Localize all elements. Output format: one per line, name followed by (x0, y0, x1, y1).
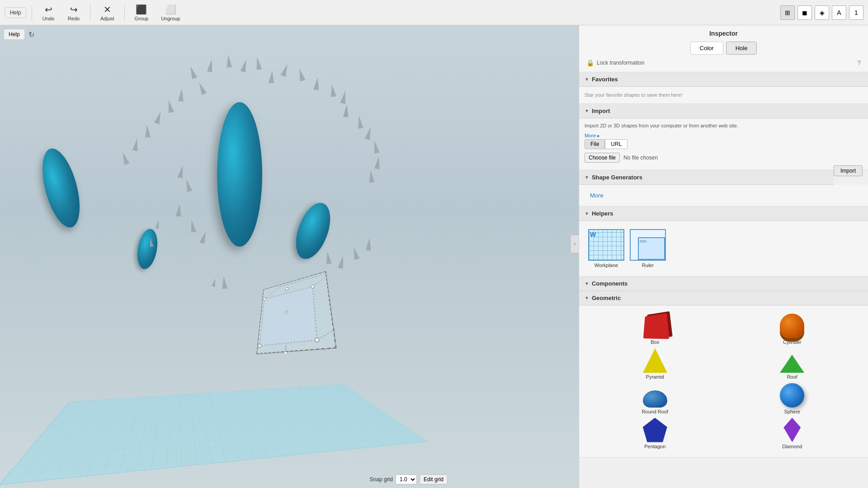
canvas-top-left: Help ↻ (4, 29, 34, 40)
import-tabs: File URL (585, 139, 863, 149)
cylinder-icon (780, 314, 804, 338)
import-file-row: Choose file No file chosen (585, 153, 863, 163)
import-tab-file[interactable]: File (585, 139, 605, 149)
roof-label: Roof (787, 374, 797, 380)
view-box-button[interactable]: ◼ (797, 5, 812, 20)
shape-generators-content: More (579, 185, 868, 206)
help-button[interactable]: Help (5, 7, 26, 18)
pentagon-icon (643, 418, 667, 442)
lock-label: Lock transformation (597, 60, 644, 66)
roundroof-label: Round Roof (642, 409, 668, 414)
sphere-icon (780, 383, 804, 408)
import-arrow: ▼ (585, 108, 589, 113)
spike-shape (221, 276, 227, 289)
spike-shape (207, 59, 215, 72)
spike-shape (325, 251, 332, 264)
shape-sphere-item[interactable]: Sphere (726, 383, 859, 414)
workplane-thumbnail: W (588, 229, 624, 261)
shape-roof-item[interactable]: Roof (726, 348, 859, 380)
spike-shape (351, 246, 360, 260)
shape-box-item[interactable]: Box (588, 314, 722, 345)
spike-shape (329, 84, 336, 97)
helpers-arrow: ▼ (585, 211, 589, 216)
helpers-header[interactable]: ▼ Helpers (579, 206, 868, 221)
choose-file-button[interactable]: Choose file (585, 153, 620, 163)
favorites-description: Star your favorite shapes to save them h… (585, 91, 863, 99)
spike-shape (144, 125, 151, 138)
shape-left-ellipse[interactable] (35, 145, 87, 231)
view-shape-button[interactable]: ◈ (815, 5, 829, 20)
import-tab-url[interactable]: URL (605, 139, 627, 149)
svg-point-8 (258, 344, 261, 348)
shape-main-ellipse[interactable] (217, 102, 262, 247)
sg-empty: More (585, 189, 863, 202)
favorites-content: Star your favorite shapes to save them h… (579, 87, 868, 104)
snap-grid-bar: Snap grid 1.0 Edit grid (370, 474, 448, 484)
cylinder-label: Cylinder (783, 339, 801, 345)
import-header[interactable]: ▼ Import (579, 104, 868, 118)
ungroup-button[interactable]: ⬜ Ungroup (156, 2, 184, 23)
view-number-button[interactable]: 1 (849, 5, 863, 20)
adjust-button[interactable]: ✕ Adjust (96, 2, 119, 23)
shape-cylinder-item[interactable]: Cylinder (726, 314, 859, 345)
spike-shape (356, 115, 363, 128)
svg-line-5 (316, 326, 338, 340)
canvas-area[interactable]: Help ↻ Snap grid 1.0 Edit grid (0, 25, 579, 488)
shape-pentagon-item[interactable]: Pentagon (588, 418, 722, 449)
svg-point-7 (311, 285, 315, 289)
toolbar-separator-2 (90, 5, 90, 21)
spike-shape (212, 278, 217, 286)
spike-shape (366, 238, 372, 251)
svg-point-11 (284, 351, 288, 355)
geometric-title: Geometric (592, 295, 621, 301)
ruler-thumbnail: mm (630, 229, 666, 261)
spike-shape (297, 68, 306, 81)
shape-small-ellipse[interactable] (135, 227, 160, 271)
import-more-link[interactable]: More ▸ (585, 133, 600, 138)
favorites-title: Favorites (592, 76, 618, 83)
undo-button[interactable]: ↩ Undo (38, 2, 59, 23)
panel-collapse-button[interactable]: ‹ (571, 235, 579, 253)
redo-button[interactable]: ↪ Redo (63, 2, 85, 23)
spike-shape (154, 111, 163, 124)
helper-ruler[interactable]: mm Ruler (630, 229, 666, 268)
snap-select[interactable]: 1.0 (396, 474, 417, 484)
spike-shape (184, 178, 193, 192)
shape-generators-header[interactable]: ▼ Shape Generators (579, 170, 834, 185)
favorites-header[interactable]: ▼ Favorites (579, 72, 868, 87)
shape-pyramid-item[interactable]: Pyramid (588, 348, 722, 380)
shape-generators-title: Shape Generators (592, 174, 642, 181)
inspector-tab-color[interactable]: Color (690, 42, 723, 55)
refresh-button[interactable]: ↻ (28, 30, 34, 39)
box-icon (643, 313, 670, 339)
edit-grid-button[interactable]: Edit grid (420, 474, 448, 484)
components-header[interactable]: ▼ Components (579, 277, 868, 291)
spike-shape (269, 70, 275, 84)
import-description: Import 2D or 3D shapes from your compute… (585, 123, 863, 128)
group-button[interactable]: ⬛ Group (130, 2, 153, 23)
ruler-mm-label: mm (639, 238, 664, 244)
undo-label: Undo (42, 16, 54, 21)
box-label: Box (651, 339, 659, 345)
import-button[interactable]: Import (834, 165, 863, 176)
view-text-button[interactable]: A (832, 5, 846, 20)
geometric-header[interactable]: ▼ Geometric (579, 291, 868, 305)
snap-grid-label: Snap grid (370, 476, 393, 483)
shape-roundroof-item[interactable]: Round Roof (588, 383, 722, 414)
group-icon: ⬛ (136, 4, 147, 15)
helper-workplane[interactable]: W Workplane (588, 229, 624, 268)
shape-diamond-item[interactable]: Diamond (726, 418, 859, 449)
spike-shape (338, 255, 346, 269)
help-menu-button[interactable]: Help (4, 29, 25, 40)
inspector-tab-hole[interactable]: Hole (726, 42, 757, 55)
shape-selected-box[interactable] (256, 271, 337, 354)
geometric-content: Box Cylinder Pyramid (579, 305, 868, 458)
group-label: Group (135, 16, 149, 21)
more-button[interactable]: More (590, 192, 604, 199)
viewport[interactable]: Help ↻ Snap grid 1.0 Edit grid (0, 25, 579, 488)
help-question-icon[interactable]: ? (857, 59, 861, 66)
svg-rect-0 (260, 286, 317, 346)
roof-icon (780, 355, 804, 373)
view-grid-button[interactable]: ⊞ (780, 5, 795, 20)
spike-shape (281, 63, 290, 77)
